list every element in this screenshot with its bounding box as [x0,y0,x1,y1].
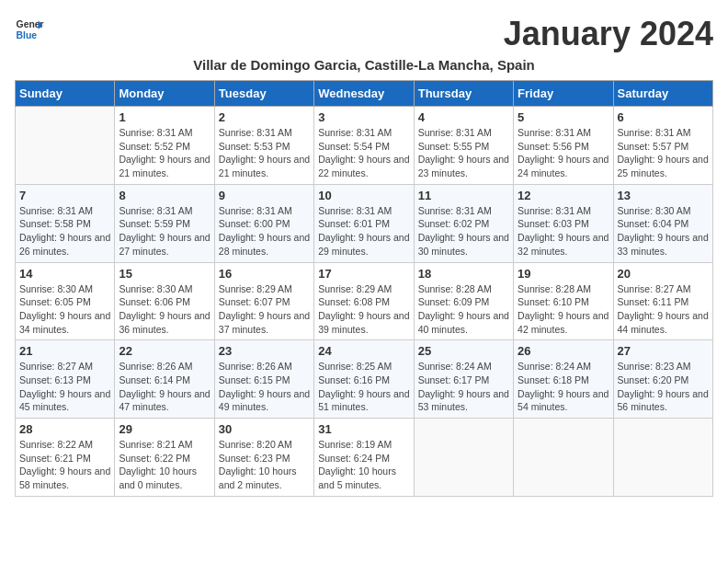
day-number: 8 [119,189,210,202]
calendar-cell: 24Sunrise: 8:25 AMSunset: 6:16 PMDayligh… [314,340,414,419]
day-info: Sunrise: 8:29 AMSunset: 6:07 PMDaylight:… [219,282,310,337]
weekday-header-thursday: Thursday [414,81,513,107]
day-info: Sunrise: 8:30 AMSunset: 6:06 PMDaylight:… [119,282,210,337]
calendar-cell: 2Sunrise: 8:31 AMSunset: 5:53 PMDaylight… [214,107,313,185]
calendar-cell: 18Sunrise: 8:28 AMSunset: 6:09 PMDayligh… [414,262,513,340]
day-info: Sunrise: 8:31 AMSunset: 5:53 PMDaylight:… [219,126,310,180]
calendar-cell: 30Sunrise: 8:20 AMSunset: 6:23 PMDayligh… [214,419,313,497]
day-number: 25 [418,344,509,358]
calendar-cell [613,419,712,497]
calendar-cell: 15Sunrise: 8:30 AMSunset: 6:06 PMDayligh… [115,262,214,340]
day-info: Sunrise: 8:26 AMSunset: 6:15 PMDaylight:… [219,360,310,414]
calendar-cell: 9Sunrise: 8:31 AMSunset: 6:00 PMDaylight… [214,184,313,262]
day-number: 26 [518,344,609,358]
svg-text:Blue: Blue [17,30,38,40]
day-info: Sunrise: 8:20 AMSunset: 6:23 PMDaylight:… [219,438,310,492]
day-info: Sunrise: 8:31 AMSunset: 6:02 PMDaylight:… [418,204,509,259]
day-number: 23 [219,344,310,358]
day-info: Sunrise: 8:28 AMSunset: 6:09 PMDaylight:… [418,282,509,337]
calendar-cell: 28Sunrise: 8:22 AMSunset: 6:21 PMDayligh… [16,419,115,497]
calendar-cell: 11Sunrise: 8:31 AMSunset: 6:02 PMDayligh… [414,184,513,262]
calendar-cell: 7Sunrise: 8:31 AMSunset: 5:58 PMDaylight… [16,184,115,262]
calendar-cell: 3Sunrise: 8:31 AMSunset: 5:54 PMDaylight… [314,107,414,185]
header: General Blue January 2024 [15,15,713,53]
day-info: Sunrise: 8:31 AMSunset: 5:57 PMDaylight:… [618,126,709,180]
day-info: Sunrise: 8:19 AMSunset: 6:24 PMDaylight:… [318,438,409,492]
day-number: 15 [119,267,210,281]
weekday-header-wednesday: Wednesday [314,81,414,107]
calendar-cell [514,419,613,497]
day-info: Sunrise: 8:24 AMSunset: 6:17 PMDaylight:… [418,360,509,414]
weekday-header-friday: Friday [514,81,613,107]
calendar-cell: 6Sunrise: 8:31 AMSunset: 5:57 PMDaylight… [613,107,712,185]
day-info: Sunrise: 8:31 AMSunset: 6:03 PMDaylight:… [518,204,609,259]
day-info: Sunrise: 8:31 AMSunset: 5:52 PMDaylight:… [119,126,210,180]
day-info: Sunrise: 8:28 AMSunset: 6:10 PMDaylight:… [518,282,609,337]
logo-icon: General Blue [15,15,44,44]
calendar-cell: 23Sunrise: 8:26 AMSunset: 6:15 PMDayligh… [214,340,313,419]
day-info: Sunrise: 8:31 AMSunset: 5:56 PMDaylight:… [518,126,609,180]
calendar-cell: 26Sunrise: 8:24 AMSunset: 6:18 PMDayligh… [514,340,613,419]
day-number: 6 [618,110,709,124]
calendar-week-row: 7Sunrise: 8:31 AMSunset: 5:58 PMDaylight… [16,184,713,262]
day-info: Sunrise: 8:31 AMSunset: 5:59 PMDaylight:… [119,204,210,259]
day-number: 5 [518,110,609,124]
day-number: 10 [318,189,409,202]
day-number: 11 [418,189,509,202]
calendar-cell: 25Sunrise: 8:24 AMSunset: 6:17 PMDayligh… [414,340,513,419]
calendar-cell: 10Sunrise: 8:31 AMSunset: 6:01 PMDayligh… [314,184,414,262]
day-number: 17 [318,267,409,281]
day-number: 29 [119,422,210,436]
weekday-header-saturday: Saturday [613,81,712,107]
calendar-week-row: 1Sunrise: 8:31 AMSunset: 5:52 PMDaylight… [16,107,713,185]
calendar-cell: 5Sunrise: 8:31 AMSunset: 5:56 PMDaylight… [514,107,613,185]
calendar-cell: 16Sunrise: 8:29 AMSunset: 6:07 PMDayligh… [214,262,313,340]
weekday-header-row: SundayMondayTuesdayWednesdayThursdayFrid… [16,81,713,107]
calendar-cell: 14Sunrise: 8:30 AMSunset: 6:05 PMDayligh… [16,262,115,340]
day-number: 28 [19,422,110,436]
day-number: 27 [618,344,709,358]
weekday-header-monday: Monday [115,81,214,107]
day-number: 19 [518,267,609,281]
day-number: 21 [19,344,110,358]
calendar-cell [16,107,115,185]
day-number: 7 [19,189,110,202]
day-info: Sunrise: 8:25 AMSunset: 6:16 PMDaylight:… [318,360,409,414]
calendar-cell: 1Sunrise: 8:31 AMSunset: 5:52 PMDaylight… [115,107,214,185]
calendar-cell: 8Sunrise: 8:31 AMSunset: 5:59 PMDaylight… [115,184,214,262]
calendar-cell: 12Sunrise: 8:31 AMSunset: 6:03 PMDayligh… [514,184,613,262]
calendar-cell: 17Sunrise: 8:29 AMSunset: 6:08 PMDayligh… [314,262,414,340]
day-number: 20 [618,267,709,281]
day-number: 31 [318,422,409,436]
day-info: Sunrise: 8:31 AMSunset: 6:00 PMDaylight:… [219,204,310,259]
logo: General Blue [15,15,48,44]
day-info: Sunrise: 8:31 AMSunset: 5:55 PMDaylight:… [418,126,509,180]
calendar-week-row: 14Sunrise: 8:30 AMSunset: 6:05 PMDayligh… [16,262,713,340]
calendar-cell: 22Sunrise: 8:26 AMSunset: 6:14 PMDayligh… [115,340,214,419]
day-number: 3 [318,110,409,124]
calendar-cell: 29Sunrise: 8:21 AMSunset: 6:22 PMDayligh… [115,419,214,497]
calendar-cell: 13Sunrise: 8:30 AMSunset: 6:04 PMDayligh… [613,184,712,262]
calendar-cell: 31Sunrise: 8:19 AMSunset: 6:24 PMDayligh… [314,419,414,497]
day-number: 22 [119,344,210,358]
day-info: Sunrise: 8:31 AMSunset: 5:54 PMDaylight:… [318,126,409,180]
day-info: Sunrise: 8:27 AMSunset: 6:11 PMDaylight:… [618,282,709,337]
weekday-header-tuesday: Tuesday [214,81,313,107]
weekday-header-sunday: Sunday [16,81,115,107]
day-info: Sunrise: 8:31 AMSunset: 5:58 PMDaylight:… [19,204,110,259]
day-number: 9 [219,189,310,202]
day-number: 12 [518,189,609,202]
calendar-table: SundayMondayTuesdayWednesdayThursdayFrid… [15,80,713,497]
day-number: 16 [219,267,310,281]
day-info: Sunrise: 8:22 AMSunset: 6:21 PMDaylight:… [19,438,110,492]
day-number: 2 [219,110,310,124]
day-info: Sunrise: 8:26 AMSunset: 6:14 PMDaylight:… [119,360,210,414]
day-info: Sunrise: 8:30 AMSunset: 6:04 PMDaylight:… [618,204,709,259]
calendar-week-row: 21Sunrise: 8:27 AMSunset: 6:13 PMDayligh… [16,340,713,419]
day-number: 30 [219,422,310,436]
calendar-week-row: 28Sunrise: 8:22 AMSunset: 6:21 PMDayligh… [16,419,713,497]
calendar-body: 1Sunrise: 8:31 AMSunset: 5:52 PMDaylight… [16,107,713,497]
day-number: 1 [119,110,210,124]
day-number: 18 [418,267,509,281]
calendar-cell [414,419,513,497]
